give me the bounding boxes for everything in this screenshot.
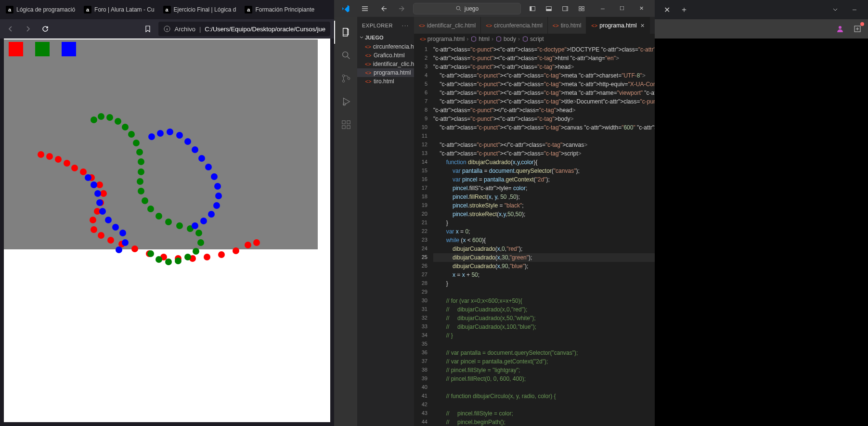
profile-icon[interactable]	[833, 22, 847, 36]
browser-tab-2[interactable]: a Ejercicio Final | Lógica d	[159, 2, 240, 17]
browser-tab-3[interactable]: a Formación Principiante	[241, 2, 318, 17]
canvas-output[interactable]	[4, 39, 318, 249]
html-file-icon: <>	[365, 61, 371, 67]
run-debug-icon[interactable]	[334, 90, 357, 113]
breadcrumb-label: script	[530, 36, 544, 42]
dot	[193, 248, 199, 255]
dot	[96, 199, 103, 206]
breadcrumb-label: html	[479, 36, 490, 42]
dot	[155, 213, 162, 219]
url-bar[interactable]: Archivo | C:/Users/Equipo/Desktop/oracle…	[158, 22, 330, 36]
dot	[100, 190, 107, 197]
file-item[interactable]: <>Grafico.html	[357, 51, 414, 60]
browser-tab-0[interactable]: a Lógica de programació	[2, 2, 79, 17]
browser-tabs: a Lógica de programació a Foro | Alura L…	[0, 0, 334, 19]
dot	[91, 116, 97, 123]
maximize-button[interactable]: ☐	[612, 1, 632, 16]
dot	[105, 217, 112, 223]
editor-tab-active[interactable]: <>programa.html×	[586, 17, 649, 34]
dot	[64, 160, 70, 167]
dot	[106, 114, 113, 121]
nav-forward-button[interactable]	[394, 1, 409, 16]
minimize-button[interactable]: ─	[593, 1, 612, 16]
file-item[interactable]: <>tiro.html	[357, 77, 414, 86]
editor-tab[interactable]: <>circunferencia.html	[481, 17, 548, 34]
new-tab-button[interactable]: ＋	[677, 5, 691, 15]
edge-content	[655, 39, 868, 426]
file-item[interactable]: <>programa.html	[357, 68, 414, 77]
reload-button[interactable]	[39, 22, 52, 36]
dot	[115, 118, 121, 125]
svg-rect-9	[582, 6, 584, 8]
explorer-icon[interactable]	[334, 21, 357, 44]
activity-bar	[334, 17, 357, 426]
line-gutter: 1234567891011121314151617181920212223242…	[414, 44, 433, 426]
layout-sidebar-right-icon[interactable]	[557, 1, 573, 16]
source-control-icon[interactable]	[334, 67, 357, 90]
dot	[167, 129, 173, 135]
folder-section[interactable]: JUEGO	[357, 34, 414, 41]
dot	[138, 158, 144, 165]
dot	[98, 232, 104, 239]
html-file-icon: <>	[420, 36, 426, 42]
html-file-icon: <>	[365, 69, 372, 76]
dot	[175, 258, 181, 264]
minimize-button[interactable]: ─	[845, 2, 864, 17]
menu-button[interactable]	[357, 1, 373, 16]
back-button[interactable]	[4, 22, 17, 36]
info-icon	[163, 25, 171, 33]
dot	[122, 239, 129, 246]
file-item[interactable]: <>circunferencia.html	[357, 42, 414, 51]
svg-rect-20	[347, 126, 350, 129]
dot	[55, 156, 62, 163]
edge-toolbar	[655, 19, 868, 39]
dot	[90, 217, 96, 223]
layout-panel-icon[interactable]	[541, 1, 557, 16]
forward-button[interactable]	[21, 22, 35, 36]
dot	[195, 230, 202, 236]
svg-rect-5	[546, 9, 552, 11]
more-icon[interactable]: ···	[402, 23, 409, 28]
file-item[interactable]: <>identificar_clic.html	[357, 60, 414, 68]
svg-point-12	[343, 52, 348, 57]
editor-tab[interactable]: <>identificar_clic.html	[414, 17, 481, 34]
editor-tab[interactable]: <>tiro.html	[548, 17, 587, 34]
symbol-icon	[495, 36, 502, 42]
dot	[99, 208, 106, 215]
sidebar-header: EXPLORER ···	[357, 17, 414, 34]
tab-label: Lógica de programació	[16, 6, 75, 13]
search-activity-icon[interactable]	[334, 44, 357, 67]
dot	[71, 165, 78, 171]
file-list: <>circunferencia.html <>Grafico.html <>i…	[357, 41, 414, 87]
edge-tab-close-icon[interactable]: ✕	[659, 2, 675, 17]
dot	[122, 124, 129, 130]
layout-customize-icon[interactable]	[574, 1, 589, 16]
collections-icon[interactable]	[851, 22, 864, 36]
extensions-icon[interactable]	[334, 113, 357, 136]
tab-label: Ejercicio Final | Lógica d	[174, 6, 236, 13]
svg-rect-10	[579, 9, 581, 11]
dot	[165, 219, 172, 225]
dot	[94, 190, 101, 197]
close-button[interactable]: ✕	[632, 1, 651, 16]
dot	[46, 153, 53, 160]
dot	[218, 251, 225, 258]
edge-dropdown-icon[interactable]	[826, 2, 845, 17]
search-icon	[455, 5, 462, 12]
html-file-icon: <>	[486, 23, 492, 28]
layout-sidebar-left-icon[interactable]	[525, 1, 540, 16]
symbol-icon	[470, 36, 477, 42]
close-tab-icon[interactable]: ×	[641, 22, 645, 29]
command-center[interactable]: juego	[413, 3, 521, 14]
vscode-titlebar: juego ─ ☐ ✕	[334, 0, 655, 17]
blue-square	[62, 42, 76, 56]
dot	[184, 254, 191, 260]
svg-rect-3	[530, 6, 532, 11]
dot	[98, 113, 104, 120]
bookmark-button[interactable]	[141, 22, 155, 36]
dot	[136, 149, 143, 155]
nav-back-button[interactable]	[376, 1, 392, 16]
browser-tab-1[interactable]: a Foro | Alura Latam - Cu	[80, 2, 158, 17]
html-file-icon: <>	[419, 23, 425, 28]
dot	[91, 226, 97, 233]
